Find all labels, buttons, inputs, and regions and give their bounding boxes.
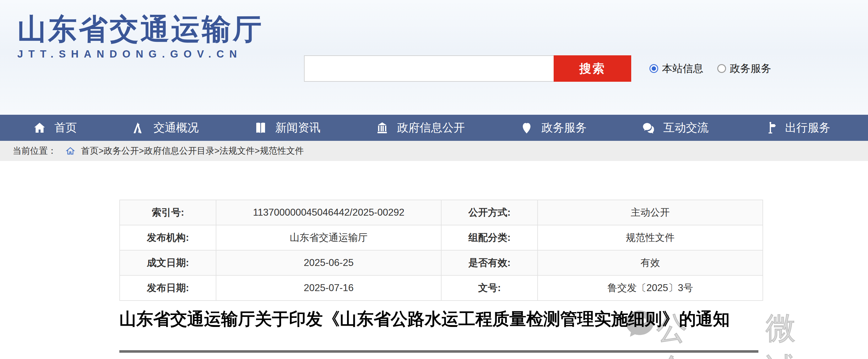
search-scopes: 本站信息 政务服务 [649,62,771,76]
meta-label-written-date: 成文日期: [120,250,216,275]
site-title: 山东省交通运输厅 [17,13,264,45]
meta-value-publicity-mode: 主动公开 [538,200,763,225]
doc-meta-table: 索引号: 113700000045046442/2025-00292 公开方式:… [119,200,763,301]
table-row: 索引号: 113700000045046442/2025-00292 公开方式:… [120,200,763,225]
table-row: 成文日期: 2025-06-25 是否有效: 有效 [120,250,763,275]
nav-item-label: 首页 [54,120,77,136]
watermark-text-weishiyan: 微试验 [766,308,798,359]
nav-item-label: 政府信息公开 [397,120,465,136]
meta-value-publish-date: 2025-07-16 [216,275,441,301]
page: 山东省交通运输厅 JTT.SHANDONG.GOV.CN 搜索 本站信息 政务服… [0,0,868,359]
search-area: 搜索 本站信息 政务服务 [304,55,771,82]
meta-value-validity: 有效 [538,250,763,275]
meta-label-category: 组配分类: [441,225,538,250]
meta-label-issuing-agency: 发布机构: [120,225,216,250]
home-icon [65,146,75,156]
gov-building-icon [376,121,389,135]
meta-value-doc-number: 鲁交发〔2025〕3号 [538,275,763,301]
meta-label-publicity-mode: 公开方式: [441,200,538,225]
nav-item-label: 交通概况 [154,120,199,136]
meta-label-validity: 是否有效: [441,250,538,275]
nav-item-home[interactable]: 首页 [33,120,77,136]
nav-item-news[interactable]: 新闻资讯 [254,120,321,136]
meta-value-category: 规范性文件 [538,225,763,250]
news-icon [254,121,267,135]
table-row: 发布日期: 2025-07-16 文号: 鲁交发〔2025〕3号 [120,275,763,301]
nav-item-interaction[interactable]: 互动交流 [642,120,709,136]
document-content: 公众号 微试验 索引号: 113700000045046442/2025-002… [0,161,868,359]
title-divider [119,350,758,353]
nav-item-label: 互动交流 [663,120,709,136]
breadcrumb-path[interactable]: 首页>政务公开>政府信息公开目录>法规文件>规范性文件 [81,145,304,157]
nav-item-label: 出行服务 [785,120,830,136]
main-nav: 首页 交通概况 新闻资讯 政府信息公开 政务服务 互动交流 出行服务 [0,115,868,141]
site-header: 山东省交通运输厅 JTT.SHANDONG.GOV.CN 搜索 本站信息 政务服… [0,0,868,115]
road-icon [132,121,146,135]
site-logo: 山东省交通运输厅 JTT.SHANDONG.GOV.CN [17,13,264,60]
signpost-icon [764,121,777,135]
chat-icon [642,121,655,135]
nav-item-label: 新闻资讯 [275,120,321,136]
breadcrumb: 当前位置： 首页>政务公开>政府信息公开目录>法规文件>规范性文件 [0,141,868,161]
nav-item-travel-service[interactable]: 出行服务 [764,120,830,136]
meta-label-index-no: 索引号: [120,200,216,225]
meta-label-doc-number: 文号: [441,275,538,301]
nav-item-label: 政务服务 [541,120,587,136]
meta-value-issuing-agency: 山东省交通运输厅 [216,225,441,250]
site-subtitle: JTT.SHANDONG.GOV.CN [17,48,264,60]
search-button[interactable]: 搜索 [554,55,631,82]
breadcrumb-prefix: 当前位置： [12,145,57,157]
radio-label: 政务服务 [730,62,771,76]
radio-site-info[interactable]: 本站信息 [649,62,704,76]
meta-value-index-no: 113700000045046442/2025-00292 [216,200,441,225]
nav-item-gov-service[interactable]: 政务服务 [520,120,587,136]
nav-item-traffic-overview[interactable]: 交通概况 [132,120,199,136]
meta-label-publish-date: 发布日期: [120,275,216,301]
nav-item-gov-info[interactable]: 政府信息公开 [376,120,465,136]
home-icon [33,121,46,135]
heart-icon [520,121,533,135]
meta-value-written-date: 2025-06-25 [216,250,441,275]
page-title: 山东省交通运输厅关于印发《山东省公路水运工程质量检测管理实施细则》的通知 [119,309,757,329]
radio-unselected-icon[interactable] [717,64,726,73]
radio-selected-icon[interactable] [649,64,658,73]
search-input[interactable] [304,55,554,82]
radio-label: 本站信息 [662,62,704,76]
radio-gov-service[interactable]: 政务服务 [717,62,771,76]
table-row: 发布机构: 山东省交通运输厅 组配分类: 规范性文件 [120,225,763,250]
